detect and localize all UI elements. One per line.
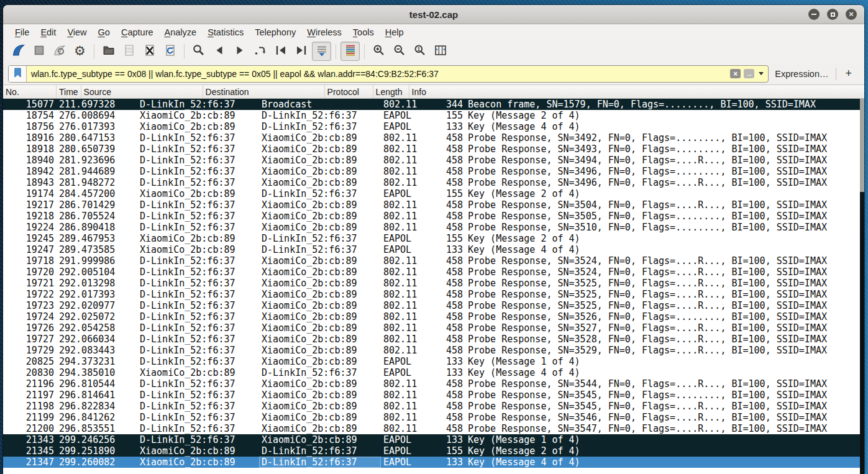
- cell-protocol: EAPOL: [381, 356, 429, 367]
- capture-stop-button[interactable]: [29, 42, 48, 61]
- go-to-packet-button[interactable]: [250, 42, 270, 61]
- cell-protocol: EAPOL: [381, 367, 429, 378]
- menu-wireless[interactable]: Wireless: [301, 26, 347, 39]
- cell-protocol: 802.11: [381, 132, 429, 144]
- cell-length: 458: [429, 322, 465, 334]
- zoom-out-button[interactable]: [390, 42, 409, 61]
- table-row[interactable]: 21345299.251890XiaomiCo_2b:cb:89D-LinkIn…: [3, 445, 860, 457]
- find-packet-button[interactable]: [189, 42, 208, 61]
- table-row[interactable]: 18756276.017393XiaomiCo_2b:cb:89D-LinkIn…: [3, 121, 860, 132]
- auto-scroll-button[interactable]: [312, 42, 331, 61]
- menu-go[interactable]: Go: [93, 26, 116, 39]
- save-file-button[interactable]: 01010110: [119, 42, 139, 61]
- cell-destination: XiaomiCo_2b:cb:89: [259, 144, 381, 155]
- titlebar[interactable]: test-02.cap ×: [3, 5, 864, 24]
- table-row[interactable]: 19721292.013298D-LinkIn_52:f6:37XiaomiCo…: [3, 278, 860, 289]
- capture-restart-button[interactable]: [50, 42, 69, 61]
- menu-tools[interactable]: Tools: [347, 26, 380, 39]
- filter-history-dropdown-icon[interactable]: [759, 72, 764, 75]
- table-row[interactable]: 21343299.246256D-LinkIn_52:f6:37XiaomiCo…: [3, 434, 860, 445]
- last-packet-button[interactable]: [291, 42, 311, 61]
- wireshark-start-button[interactable]: [9, 42, 28, 61]
- column-header-source[interactable]: Source: [81, 85, 203, 98]
- maximize-button[interactable]: [827, 9, 838, 20]
- menu-telephony[interactable]: Telephony: [249, 26, 301, 39]
- menu-statistics[interactable]: Statistics: [202, 26, 249, 39]
- table-row[interactable]: 21199296.841262D-LinkIn_52:f6:37XiaomiCo…: [3, 412, 860, 423]
- scrollbar-thumb[interactable]: [860, 99, 864, 192]
- table-row[interactable]: 18754276.008694XiaomiCo_2b:cb:89D-LinkIn…: [3, 110, 860, 121]
- menu-edit[interactable]: Edit: [35, 26, 62, 39]
- table-row[interactable]: 15077211.697328D-LinkIn_52:f6:37Broadcas…: [3, 99, 860, 110]
- column-header-no[interactable]: No.: [3, 85, 57, 98]
- table-row[interactable]: 19224286.890418D-LinkIn_52:f6:37XiaomiCo…: [3, 222, 860, 233]
- packet-list-header: No.TimeSourceDestinationProtocolLengthIn…: [3, 85, 864, 99]
- menu-view[interactable]: View: [62, 26, 92, 39]
- go-forward-button[interactable]: [230, 42, 249, 61]
- column-header-protocol[interactable]: Protocol: [325, 85, 373, 98]
- open-file-button[interactable]: [99, 42, 118, 61]
- table-row[interactable]: 21347299.260082XiaomiCo_2b:cb:89D-LinkIn…: [3, 457, 860, 468]
- table-row[interactable]: 19724292.025072D-LinkIn_52:f6:37XiaomiCo…: [3, 311, 860, 322]
- cell-destination: XiaomiCo_2b:cb:89: [259, 345, 381, 356]
- display-filter-input[interactable]: wlan.fc.type_subtype == 0x08 || wlan.fc.…: [27, 66, 726, 82]
- cell-source: D-LinkIn_52:f6:37: [137, 322, 259, 334]
- resize-columns-button[interactable]: [431, 42, 450, 61]
- table-row[interactable]: 18942281.944689D-LinkIn_52:f6:37XiaomiCo…: [3, 166, 860, 177]
- table-row[interactable]: 19720292.005104D-LinkIn_52:f6:37XiaomiCo…: [3, 267, 860, 278]
- table-row[interactable]: 20825294.373231D-LinkIn_52:f6:37XiaomiCo…: [3, 356, 860, 367]
- table-row[interactable]: 19218286.705524D-LinkIn_52:f6:37XiaomiCo…: [3, 211, 860, 222]
- table-row[interactable]: 19729292.083443D-LinkIn_52:f6:37XiaomiCo…: [3, 345, 860, 356]
- table-row[interactable]: 18916280.647153D-LinkIn_52:f6:37XiaomiCo…: [3, 132, 860, 144]
- cell-source: D-LinkIn_52:f6:37: [137, 278, 259, 289]
- cell-no: 20825: [3, 356, 57, 367]
- cell-source: XiaomiCo_2b:cb:89: [137, 457, 259, 468]
- table-row[interactable]: 21200296.853551D-LinkIn_52:f6:37XiaomiCo…: [3, 423, 860, 434]
- vertical-scrollbar[interactable]: [860, 99, 864, 474]
- column-header-destination[interactable]: Destination: [203, 85, 325, 98]
- menu-help[interactable]: Help: [380, 26, 409, 39]
- zoom-original-button[interactable]: 1: [410, 42, 429, 61]
- menu-analyze[interactable]: Analyze: [159, 26, 203, 39]
- table-row[interactable]: 19247289.473585XiaomiCo_2b:cb:89D-LinkIn…: [3, 244, 860, 255]
- table-row[interactable]: 21197296.814641D-LinkIn_52:f6:37XiaomiCo…: [3, 390, 860, 401]
- expression-button[interactable]: Expression…: [769, 69, 834, 79]
- colorize-packets-button[interactable]: [340, 42, 360, 61]
- filter-bookmark-button[interactable]: [9, 66, 27, 82]
- menu-file[interactable]: File: [9, 26, 35, 39]
- table-row[interactable]: 18940281.923696D-LinkIn_52:f6:37XiaomiCo…: [3, 155, 860, 166]
- column-header-length[interactable]: Length: [373, 85, 409, 98]
- table-row[interactable]: 19722292.017393D-LinkIn_52:f6:37XiaomiCo…: [3, 289, 860, 300]
- reload-file-button[interactable]: [160, 42, 180, 61]
- cell-time: 211.697328: [57, 99, 137, 110]
- table-row[interactable]: 19718291.999986D-LinkIn_52:f6:37XiaomiCo…: [3, 255, 860, 267]
- add-filter-button[interactable]: +: [838, 67, 859, 80]
- table-row[interactable]: 19174284.457200XiaomiCo_2b:cb:89D-LinkIn…: [3, 188, 860, 199]
- minimize-button[interactable]: [808, 9, 820, 20]
- go-back-button[interactable]: [209, 42, 229, 61]
- close-file-button[interactable]: [140, 42, 159, 61]
- close-button[interactable]: ×: [846, 9, 857, 20]
- cell-protocol: 802.11: [381, 278, 429, 289]
- table-row[interactable]: 19723292.020977D-LinkIn_52:f6:37XiaomiCo…: [3, 300, 860, 311]
- column-header-time[interactable]: Time: [57, 85, 81, 98]
- cell-info: Probe Response, SN=3525, FN=0, Flags=...…: [465, 289, 860, 300]
- table-row[interactable]: 19727292.066034D-LinkIn_52:f6:37XiaomiCo…: [3, 334, 860, 345]
- filter-apply-button[interactable]: →: [744, 69, 754, 78]
- table-row[interactable]: 21198296.822834D-LinkIn_52:f6:37XiaomiCo…: [3, 401, 860, 412]
- table-row[interactable]: 19217286.701429D-LinkIn_52:f6:37XiaomiCo…: [3, 199, 860, 211]
- table-row[interactable]: 21196296.810544D-LinkIn_52:f6:37XiaomiCo…: [3, 378, 860, 390]
- column-header-info[interactable]: Info: [409, 85, 864, 98]
- cell-info: Probe Response, SN=3544, FN=0, Flags=...…: [465, 378, 860, 390]
- menu-capture[interactable]: Capture: [116, 26, 159, 39]
- zoom-in-button[interactable]: [369, 42, 388, 61]
- filter-clear-button[interactable]: ×: [730, 69, 741, 78]
- first-packet-button[interactable]: [271, 42, 290, 61]
- table-row[interactable]: 19726292.054258D-LinkIn_52:f6:37XiaomiCo…: [3, 322, 860, 334]
- table-row[interactable]: 19245289.467953XiaomiCo_2b:cb:89D-LinkIn…: [3, 233, 860, 244]
- capture-options-button[interactable]: ⚙: [70, 42, 89, 61]
- close-file-icon: [142, 43, 157, 60]
- table-row[interactable]: 18918280.650739D-LinkIn_52:f6:37XiaomiCo…: [3, 144, 860, 155]
- table-row[interactable]: 20830294.385010XiaomiCo_2b:cb:89D-LinkIn…: [3, 367, 860, 378]
- table-row[interactable]: 18943281.948272D-LinkIn_52:f6:37XiaomiCo…: [3, 177, 860, 188]
